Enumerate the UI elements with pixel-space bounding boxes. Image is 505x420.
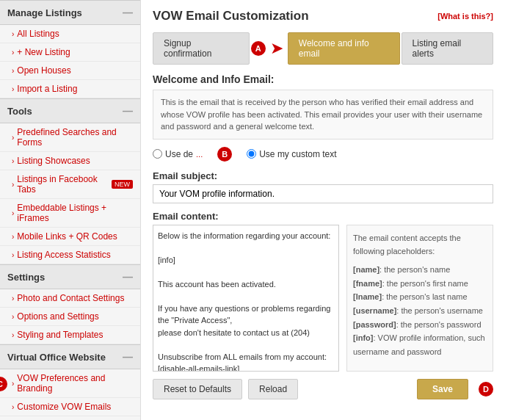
sidebar-item-open-houses[interactable]: › Open Houses	[0, 62, 140, 80]
radio-custom-input[interactable]	[247, 149, 256, 159]
arrow-icon: ›	[12, 85, 14, 93]
welcome-section-title: Welcome and Info Email:	[153, 73, 493, 85]
radio-use-default[interactable]: Use de...	[153, 149, 203, 159]
reload-button[interactable]: Reload	[248, 379, 298, 399]
arrow-icon: ›	[12, 48, 14, 57]
radio-group: Use de... B Use my custom text	[153, 147, 493, 162]
page-title: VOW Email Customization	[153, 9, 309, 23]
sidebar-item-options-settings[interactable]: › Options and Settings	[0, 308, 140, 326]
ellipsis: ...	[196, 150, 203, 159]
sidebar-item-import-listing[interactable]: › Import a Listing	[0, 80, 140, 98]
sidebar-section-header-vow[interactable]: Virtual Office Website —	[0, 344, 140, 369]
sidebar-section-settings: Settings — › Photo and Contact Settings …	[0, 264, 140, 344]
sidebar-section-title-vow: Virtual Office Website	[7, 352, 106, 363]
arrow-icon: ›	[12, 331, 14, 339]
sidebar-section-title-settings: Settings	[7, 272, 45, 283]
placeholder-username: [username]: the person's username	[353, 304, 487, 318]
sidebar-section-header-settings[interactable]: Settings —	[0, 264, 140, 289]
tab-bar: Signup confirmation A ➤ Welcome and info…	[153, 32, 493, 65]
sidebar-item-listings-facebook[interactable]: › Listings in Facebook Tabs NEW	[0, 170, 140, 199]
annotation-b-wrapper: B	[214, 147, 235, 162]
placeholder-name: [name]: the person's name	[353, 263, 487, 277]
arrow-right-icon: ➤	[270, 39, 283, 58]
placeholder-lname: [lname]: the person's last name	[353, 290, 487, 304]
tab-listing-alerts[interactable]: Listing email alerts	[402, 32, 493, 65]
sidebar: Manage Listings — › All Listings › + New…	[0, 0, 141, 420]
sidebar-item-predefined-searches[interactable]: › Predefined Searches and Forms	[0, 123, 140, 152]
sidebar-section-title-manage: Manage Listings	[7, 7, 82, 18]
sidebar-section-header-tools[interactable]: Tools —	[0, 98, 140, 123]
sidebar-collapse-vow[interactable]: —	[123, 351, 133, 363]
main-content: VOW Email Customization [What is this?] …	[141, 0, 505, 420]
annotation-b: B	[217, 147, 232, 162]
arrow-icon: ›	[12, 181, 14, 189]
info-box: This is the email that is received by th…	[153, 90, 493, 140]
sidebar-section-title-tools: Tools	[7, 106, 32, 117]
sidebar-item-new-listing[interactable]: › + New Listing	[0, 43, 140, 62]
button-row: Reset to Defaults Reload Save D	[153, 379, 493, 399]
tab-arrow-area: A ➤	[251, 39, 286, 58]
sidebar-item-listing-showcases[interactable]: › Listing Showcases	[0, 152, 140, 170]
what-is-this-link[interactable]: [What is this?]	[437, 12, 493, 21]
arrow-icon: ›	[12, 380, 14, 388]
save-button[interactable]: Save	[417, 379, 468, 399]
page-title-row: VOW Email Customization [What is this?]	[153, 9, 493, 23]
radio-default-input[interactable]	[153, 149, 162, 159]
tab-welcome[interactable]: Welcome and info email	[288, 32, 400, 65]
radio-custom-label: Use my custom text	[259, 149, 336, 159]
annotation-a: A	[251, 41, 266, 56]
email-content-label: Email content:	[153, 211, 493, 222]
radio-use-custom[interactable]: Use my custom text	[247, 149, 336, 159]
arrow-icon: ›	[12, 30, 14, 38]
placeholder-info: [info]: VOW profile information, such us…	[353, 331, 487, 358]
email-subject-label: Email subject:	[153, 170, 493, 181]
sidebar-section-manage-listings: Manage Listings — › All Listings › + New…	[0, 0, 140, 98]
placeholder-fname: [fname]: the person's first name	[353, 277, 487, 291]
radio-default-label: Use de	[165, 149, 193, 159]
arrow-icon: ›	[12, 313, 14, 321]
email-subject-input[interactable]	[153, 184, 493, 203]
annotation-d: D	[479, 382, 493, 397]
arrow-icon: ›	[12, 209, 14, 217]
arrow-icon: ›	[12, 67, 14, 75]
sidebar-item-embeddable[interactable]: › Embeddable Listings + iFrames	[0, 199, 140, 228]
sidebar-item-styling-templates[interactable]: › Styling and Templates	[0, 326, 140, 344]
placeholder-password: [password]: the person's password	[353, 318, 487, 332]
reset-defaults-button[interactable]: Reset to Defaults	[153, 379, 242, 399]
sidebar-collapse-settings[interactable]: —	[123, 271, 133, 283]
sidebar-item-customize-vow[interactable]: › Customize VOW Emails	[0, 398, 140, 416]
placeholders-title: The email content accepts the following …	[353, 231, 487, 258]
new-badge: NEW	[112, 180, 133, 189]
sidebar-item-all-listings[interactable]: › All Listings	[0, 25, 140, 43]
arrow-icon: ›	[12, 251, 14, 259]
arrow-icon: ›	[12, 403, 14, 411]
arrow-icon: ›	[12, 294, 14, 303]
sidebar-item-vow-preferences[interactable]: › VOW Preferences and Branding	[0, 369, 140, 398]
sidebar-section-header-manage[interactable]: Manage Listings —	[0, 0, 140, 25]
sidebar-item-vow-terms[interactable]: › VOW Terms and Privacy Policy	[0, 416, 140, 420]
sidebar-item-mobile-links[interactable]: › Mobile Links + QR Codes	[0, 228, 140, 246]
sidebar-section-tools: Tools — › Predefined Searches and Forms …	[0, 98, 140, 264]
tab-signup[interactable]: Signup confirmation	[153, 32, 250, 65]
arrow-icon: ›	[12, 233, 14, 241]
arrow-icon: ›	[12, 134, 14, 142]
email-content-row: Below is the information regarding your …	[153, 225, 493, 372]
placeholders-box: The email content accepts the following …	[346, 225, 493, 372]
sidebar-section-vow: Virtual Office Website — C › VOW Prefere…	[0, 344, 140, 420]
sidebar-collapse-tools[interactable]: —	[123, 105, 133, 117]
arrow-icon: ›	[12, 157, 14, 165]
sidebar-item-listing-access-stats[interactable]: › Listing Access Statistics	[0, 246, 140, 264]
email-content-textarea[interactable]: Below is the information regarding your …	[153, 225, 339, 372]
sidebar-item-photo-contact[interactable]: › Photo and Contact Settings	[0, 289, 140, 308]
sidebar-collapse-manage[interactable]: —	[123, 7, 133, 18]
